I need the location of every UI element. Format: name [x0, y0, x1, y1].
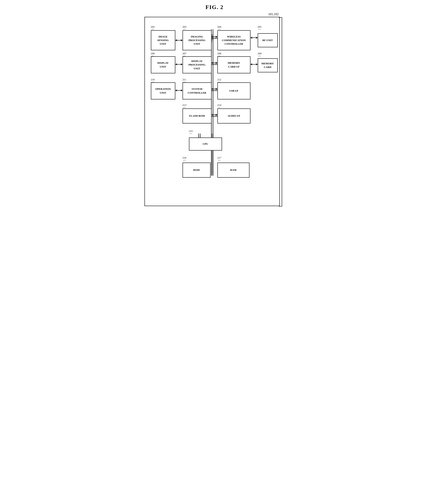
svg-marker-13	[250, 37, 252, 39]
diagram-container: 202⌒ 203⌒ 204⌒ 205⌒ 206⌒ 207⌒	[144, 17, 280, 206]
svg-marker-20	[216, 62, 217, 64]
svg-marker-39	[212, 114, 213, 116]
block-cpu: CPU	[189, 137, 222, 151]
block-imaging-processing-unit: IMAGING PROCESSING UNIT	[183, 30, 212, 50]
svg-marker-27	[181, 90, 183, 91]
svg-marker-31	[212, 88, 213, 90]
svg-marker-10	[216, 36, 217, 38]
block-display-unit: DISPLAY UNIT	[151, 56, 175, 73]
svg-marker-38	[216, 114, 217, 116]
figure-title: FIG. 2	[144, 4, 285, 10]
block-wireless-communication-controller: WIRELESS COMMUNICATION CONTROLLER	[217, 30, 250, 50]
svg-marker-3	[175, 39, 177, 41]
ref-label: 101,102	[144, 12, 285, 16]
svg-marker-24	[256, 63, 258, 65]
block-operation-unit: OPERATION UNIT	[151, 82, 175, 99]
block-audio-if: AUDIO I/F	[217, 108, 250, 124]
svg-marker-23	[250, 63, 252, 65]
block-image-sensing-unit: IMAGE SENSING UNIT	[151, 30, 175, 50]
svg-marker-30	[216, 88, 217, 90]
svg-marker-17	[181, 63, 183, 65]
block-usb-if: USB I/F	[217, 82, 250, 99]
svg-marker-14	[256, 37, 258, 39]
block-rom: ROM	[183, 162, 210, 178]
svg-marker-11	[212, 36, 213, 38]
label-215: 215⌒	[189, 129, 193, 137]
block-flash-rom: FLASH ROM	[183, 108, 212, 124]
svg-marker-26	[175, 90, 177, 91]
block-ram: RAM	[217, 162, 249, 178]
block-rf-unit: RF UNIT	[258, 33, 278, 47]
svg-marker-4	[181, 39, 183, 41]
block-system-controller: SYSTEM CONTROLLER	[183, 82, 212, 99]
label-205: 205⌒	[258, 25, 262, 33]
svg-marker-21	[212, 62, 213, 64]
block-memory-card: MEMORY CARD	[258, 58, 278, 72]
diagram: 202⌒ 203⌒ 204⌒ 205⌒ 206⌒ 207⌒	[149, 23, 281, 200]
svg-marker-16	[175, 63, 177, 65]
block-display-processing-unit: DISPLAY PROCESSING UNIT	[183, 56, 212, 73]
block-memory-card-if: MEMORY CARD I/F	[217, 56, 250, 73]
